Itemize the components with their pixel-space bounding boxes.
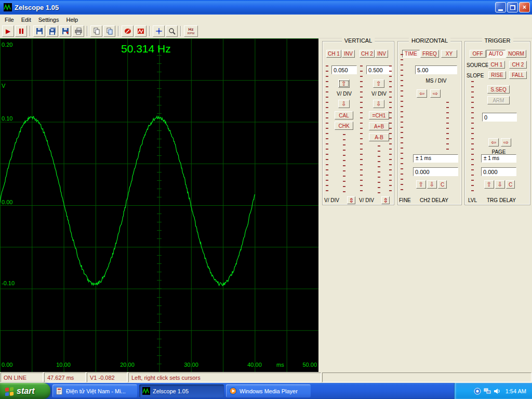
ch1-invert-button[interactable]: INV xyxy=(342,50,355,58)
a-plus-b-button[interactable]: A+B xyxy=(369,122,389,130)
start-button[interactable]: start xyxy=(0,383,50,399)
menu-edit[interactable]: Edit xyxy=(18,16,35,24)
lvl-label: LVL xyxy=(468,197,477,203)
xy-mode-button[interactable]: XY xyxy=(441,50,457,58)
toolbar-separator xyxy=(87,26,88,36)
ch2-delay-up-button[interactable]: ⇧ xyxy=(416,180,426,189)
scope-display[interactable]: 50.314 Hz 0.20 V 0.10 0.00 -0.10 0.00 10… xyxy=(0,38,318,372)
trg-delay-up-button[interactable]: ⇧ xyxy=(484,180,494,189)
trigger-off-button[interactable]: OFF xyxy=(470,50,486,58)
source-ch2-button[interactable]: CH 2 xyxy=(509,61,527,69)
trg-delay-input[interactable] xyxy=(481,167,516,176)
close-icon: × xyxy=(523,4,526,11)
ch1-vdiv-up-button[interactable]: ⇧ xyxy=(338,79,350,88)
ch2-delay-clear-button[interactable]: C xyxy=(438,180,447,189)
task-button-zelscope[interactable]: Zelscope 1.05 xyxy=(139,384,224,397)
ch1-vdiv-updown-button[interactable]: ⇕ xyxy=(347,196,355,204)
minimize-button[interactable] xyxy=(495,2,506,12)
trigger-level-input[interactable] xyxy=(482,113,517,122)
save-button[interactable] xyxy=(33,25,45,37)
vertical-panel-title: VERTICAL xyxy=(342,37,375,44)
x-axis-label: 40.00 xyxy=(247,362,262,368)
status-time-cursor: 47.627 ms xyxy=(44,373,86,382)
waveform-trace xyxy=(0,38,318,372)
task-button-wmp[interactable]: Windows Media Player xyxy=(226,384,311,397)
tray-volume-icon[interactable] xyxy=(494,388,501,395)
copy-button[interactable] xyxy=(90,25,102,37)
spectrum-button[interactable] xyxy=(135,25,147,37)
ch2-invert-button[interactable]: INV xyxy=(375,50,388,58)
ch2-vdiv-input[interactable] xyxy=(366,65,392,74)
tray-messenger-icon[interactable] xyxy=(474,388,481,395)
ch2-delay-input[interactable] xyxy=(413,167,458,176)
timebase-left-button[interactable]: ⇦ xyxy=(417,89,427,98)
freq-mode-button[interactable]: FREQ xyxy=(420,50,439,58)
menu-settings[interactable]: Settings xyxy=(35,16,63,24)
copy-image-button[interactable] xyxy=(103,25,115,37)
print-button[interactable] xyxy=(72,25,84,37)
hz-rpm-button[interactable]: Hz RPM xyxy=(184,25,198,37)
ch1-position-slider[interactable] xyxy=(326,65,328,194)
arm-button[interactable]: ARM xyxy=(487,96,510,104)
ch2-vdiv-up-button[interactable]: ⇧ xyxy=(373,79,384,88)
eq-ch1-button[interactable]: =CH1 xyxy=(369,111,389,119)
ch2-position-slider-scale[interactable] xyxy=(389,65,392,194)
close-button[interactable]: × xyxy=(519,2,530,12)
trg-delay-down-button[interactable]: ⇩ xyxy=(495,180,505,189)
trg-delay-clear-button[interactable]: C xyxy=(506,180,515,189)
toolbar-separator xyxy=(30,26,31,36)
restore-button[interactable] xyxy=(507,2,518,12)
chk-button[interactable]: CHK xyxy=(335,122,353,130)
ch2-fine-slider[interactable] xyxy=(378,145,380,194)
page-left-button[interactable]: ⇦ xyxy=(488,138,499,147)
annotate-button[interactable] xyxy=(122,25,134,37)
trigger-auto-button[interactable]: AUTO xyxy=(486,50,506,58)
export-button[interactable] xyxy=(59,25,71,37)
time-mode-button[interactable]: TIME xyxy=(402,50,420,58)
save-all-button[interactable] xyxy=(46,25,58,37)
y-axis-label: 0.00 xyxy=(2,199,12,205)
ch1-button[interactable]: CH 1 xyxy=(326,50,341,58)
ch2-delay-range-box[interactable]: ± 1 ms xyxy=(413,154,458,163)
ch2-delay-down-button[interactable]: ⇩ xyxy=(427,180,437,189)
menu-bar: File Edit Settings Help xyxy=(0,15,532,24)
window-title: Zelscope 1.05 xyxy=(15,4,494,11)
ch1-vdiv-input[interactable] xyxy=(331,65,357,74)
slope-fall-button[interactable]: FALL xyxy=(509,71,527,79)
cal-button[interactable]: CAL xyxy=(335,111,353,119)
ch1-fine-slider[interactable] xyxy=(343,134,345,194)
run-button[interactable]: ▶ xyxy=(2,25,14,37)
menu-help[interactable]: Help xyxy=(62,16,82,24)
print-icon xyxy=(75,28,82,35)
msdiv-input[interactable] xyxy=(415,65,457,74)
task-button-browser[interactable]: Điện tử Việt Nam - Mi... xyxy=(52,384,137,397)
ch1-vdiv-down-button[interactable]: ⇩ xyxy=(338,100,350,108)
single-seq-button[interactable]: S.SEQ xyxy=(487,85,510,94)
cursor-mode-button[interactable] xyxy=(153,25,165,37)
ch2-vdiv-updown-button[interactable]: ⇕ xyxy=(381,196,390,204)
pause-button[interactable] xyxy=(15,25,27,37)
ch2-position-slider[interactable] xyxy=(360,65,363,194)
trigger-level-slider[interactable] xyxy=(471,81,474,194)
trg-delay-range-box[interactable]: ± 1 ms xyxy=(481,154,516,163)
ch2-delay-slider[interactable] xyxy=(446,102,449,152)
menu-file[interactable]: File xyxy=(1,16,18,24)
ch2-button[interactable]: CH 2 xyxy=(360,50,375,58)
tray-network-icon[interactable] xyxy=(484,388,491,395)
slope-rise-button[interactable]: RISE xyxy=(488,71,506,79)
x-axis-label: 20.00 xyxy=(120,362,135,368)
zoom-button[interactable] xyxy=(166,25,178,37)
fine-slider[interactable] xyxy=(401,54,403,194)
a-minus-b-button[interactable]: A-B xyxy=(369,133,389,141)
page-right-button[interactable]: ⇨ xyxy=(501,138,511,147)
export-icon xyxy=(62,28,69,35)
trigger-norm-button[interactable]: NORM xyxy=(506,50,526,58)
annotate-pen-icon xyxy=(124,28,131,35)
start-label: start xyxy=(17,387,35,396)
ch2-vdiv-label: V/ DIV xyxy=(366,91,392,97)
task-label: Windows Media Player xyxy=(240,388,298,394)
source-ch1-button[interactable]: CH 1 xyxy=(488,61,505,69)
ch2-vdiv-down-button[interactable]: ⇩ xyxy=(373,100,384,108)
vertical-panel: VERTICAL CH 1 INV CH 2 INV ⇧ ⇧ V/ DIV V/… xyxy=(322,41,394,205)
timebase-right-button[interactable]: ⇨ xyxy=(430,89,441,98)
